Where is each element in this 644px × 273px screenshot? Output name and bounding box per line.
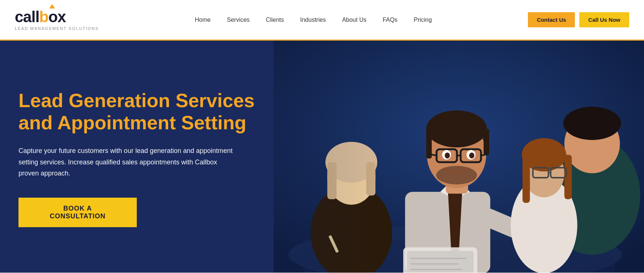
hero-description: Capture your future customers with our l… [18,145,233,179]
nav-home[interactable]: Home [187,0,219,40]
contact-us-button[interactable]: Contact Us [528,12,575,27]
site-header: callb ox LEAD MANAGEMENT SOLUTIONS Home … [0,0,644,41]
nav-faqs[interactable]: FAQs [374,0,406,40]
logo-area[interactable]: callb ox LEAD MANAGEMENT SOLUTIONS [15,9,99,31]
nav-pricing[interactable]: Pricing [406,0,440,40]
nav-industries[interactable]: Industries [292,0,334,40]
nav-clients[interactable]: Clients [258,0,292,40]
main-nav: Home Services Clients Industries About U… [187,0,440,40]
scene-overlay [274,41,644,273]
hero-left-panel: Lead Generation Services and Appointment… [0,41,274,273]
nav-services[interactable]: Services [219,0,258,40]
hero-title: Lead Generation Services and Appointment… [18,90,255,134]
hero-section: Lead Generation Services and Appointment… [0,41,644,273]
logo: callb ox [15,9,66,25]
logo-tagline: LEAD MANAGEMENT SOLUTIONS [15,26,99,31]
nav-about[interactable]: About Us [334,0,374,40]
call-us-button[interactable]: Call Us Now [579,12,629,27]
hero-right-panel [274,41,644,273]
header-buttons: Contact Us Call Us Now [528,12,629,27]
book-consultation-button[interactable]: BOOK A CONSULTATION [18,198,137,227]
